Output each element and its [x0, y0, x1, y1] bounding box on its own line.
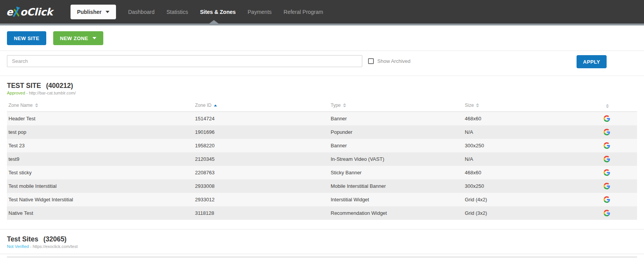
column-header-zone-id[interactable]: Zone ID — [195, 103, 331, 108]
column-header-size[interactable]: Size — [465, 103, 597, 108]
zone-network-cell — [597, 169, 637, 176]
nav-referal-program[interactable]: Referal Program — [284, 9, 323, 15]
zone-name-cell[interactable]: Test sticky — [7, 170, 195, 175]
sort-ascending-icon — [214, 105, 217, 106]
table-row[interactable]: Test sticky 2208763 Sticky Banner 468x60 — [7, 166, 637, 179]
site-status-badge: Approved — [7, 91, 25, 95]
top-navbar: e oClick Publisher Dashboard Statistics … — [0, 0, 644, 24]
zone-size-cell: N/A — [465, 129, 597, 135]
zone-network-cell — [597, 183, 637, 189]
zone-network-cell — [597, 196, 637, 203]
nav-statistics[interactable]: Statistics — [166, 9, 188, 15]
section-divider — [0, 229, 644, 229]
nav-sites-and-zones[interactable]: Sites & Zones — [200, 9, 236, 15]
column-label: Type — [331, 103, 341, 108]
site-status-badge: Not Verified — [7, 244, 29, 249]
google-icon — [604, 183, 610, 189]
column-label: Zone ID — [195, 103, 212, 108]
column-label: Size — [465, 103, 474, 108]
zone-type-cell: Banner — [331, 143, 465, 148]
zone-name-cell[interactable]: test9 — [7, 156, 195, 162]
logo-text-prefix: e — [6, 6, 13, 18]
nav-dashboard[interactable]: Dashboard — [128, 9, 155, 15]
zone-name-cell[interactable]: Test 23 — [7, 143, 195, 148]
table-row[interactable]: test pop 1901696 Popunder N/A — [7, 125, 637, 139]
search-input[interactable] — [7, 55, 362, 67]
apply-button[interactable]: APPLY — [577, 55, 607, 68]
sort-icon — [606, 104, 609, 108]
google-icon — [604, 142, 610, 149]
zone-id-cell: 2120345 — [195, 156, 331, 162]
google-icon — [604, 169, 610, 176]
zone-id-cell: 3118128 — [195, 210, 331, 216]
column-header-zone-name[interactable]: Zone Name — [7, 103, 195, 108]
publisher-dropdown-label: Publisher — [77, 9, 102, 15]
zone-id-cell: 1901696 — [195, 129, 331, 135]
zone-id-cell: 1958220 — [195, 143, 331, 148]
zone-size-cell: Grid (4x2) — [465, 197, 597, 202]
table-row[interactable]: Test 23 1958220 Banner 300x250 — [7, 139, 637, 152]
sort-icon — [343, 103, 346, 107]
site-section-test-sites: Test Sites (32065) Not Verified - https:… — [0, 235, 644, 249]
exoclick-logo[interactable]: e oClick — [6, 6, 53, 18]
google-icon — [604, 156, 610, 162]
sort-icon — [35, 103, 38, 107]
clipped-table-row — [7, 256, 637, 258]
new-zone-button[interactable]: NEW ZONE — [53, 31, 103, 45]
publisher-dropdown[interactable]: Publisher — [71, 5, 116, 19]
chevron-down-icon — [106, 11, 109, 13]
zone-id-cell: 1514724 — [195, 116, 331, 121]
zone-name-cell[interactable]: Test Native Widget Interstitial — [7, 197, 195, 202]
table-row[interactable]: Native Test 3118128 Recommendation Widge… — [7, 206, 637, 220]
new-site-button[interactable]: NEW SITE — [7, 31, 46, 45]
zone-size-cell: 300x250 — [465, 183, 597, 189]
site-title: TEST SITE (400212) — [7, 82, 637, 89]
main-navigation: Dashboard Statistics Sites & Zones Payme… — [128, 9, 323, 15]
table-row[interactable]: Test mobile Interstitial 2933008 Mobile … — [7, 179, 637, 193]
logo-arrow-icon — [13, 7, 20, 18]
zone-size-cell: 468x60 — [465, 116, 597, 121]
zones-table: Zone Name Zone ID Type Size Header Test — [7, 96, 637, 220]
site-name: Test Sites — [7, 235, 38, 243]
zone-type-cell: Popunder — [331, 129, 465, 135]
zone-name-cell[interactable]: test pop — [7, 129, 195, 135]
logo-text-suffix: oClick — [20, 6, 52, 18]
zone-type-cell: Mobile Interstitial Banner — [331, 183, 465, 189]
site-id: (400212) — [46, 82, 73, 89]
zone-type-cell: Recommendation Widget — [331, 210, 465, 216]
column-header-type[interactable]: Type — [331, 103, 465, 108]
zone-type-cell: Interstitial Widget — [331, 197, 465, 202]
show-archived-checkbox[interactable] — [368, 58, 374, 64]
site-id: (32065) — [43, 235, 66, 243]
google-icon — [604, 129, 610, 135]
zone-size-cell: 468x60 — [465, 170, 597, 175]
site-url: http://bar-cat.tumblr.com/ — [29, 91, 76, 95]
zone-size-cell: Grid (3x2) — [465, 210, 597, 216]
sort-icon — [476, 103, 479, 107]
table-row[interactable]: Header Test 1514724 Banner 468x60 — [7, 112, 637, 125]
actions-bar: NEW SITE NEW ZONE — [0, 25, 644, 51]
section-divider — [0, 254, 644, 254]
site-subtitle: Approved - http://bar-cat.tumblr.com/ — [7, 91, 637, 96]
google-icon — [604, 196, 610, 203]
zone-type-cell: Banner — [331, 116, 465, 121]
site-title: Test Sites (32065) — [7, 235, 637, 243]
column-header-network[interactable] — [597, 104, 637, 108]
site-subtitle: Not Verified - https://exoclick.com/test — [7, 244, 637, 249]
subtitle-separator: - — [30, 244, 32, 249]
zones-table-header: Zone Name Zone ID Type Size — [7, 96, 637, 112]
zone-network-cell — [597, 142, 637, 149]
zone-type-cell: Sticky Banner — [331, 170, 465, 175]
zone-id-cell: 2933012 — [195, 197, 331, 202]
nav-payments[interactable]: Payments — [248, 9, 272, 15]
active-tab-pointer — [209, 20, 219, 24]
zone-size-cell: 300x250 — [465, 143, 597, 148]
zone-id-cell: 2208763 — [195, 170, 331, 175]
new-zone-button-label: NEW ZONE — [60, 35, 88, 41]
zone-name-cell[interactable]: Native Test — [7, 210, 195, 216]
zone-network-cell — [597, 115, 637, 122]
zone-name-cell[interactable]: Test mobile Interstitial — [7, 183, 195, 189]
zone-name-cell[interactable]: Header Test — [7, 116, 195, 121]
table-row[interactable]: test9 2120345 In-Stream Video (VAST) N/A — [7, 152, 637, 166]
table-row[interactable]: Test Native Widget Interstitial 2933012 … — [7, 193, 637, 206]
